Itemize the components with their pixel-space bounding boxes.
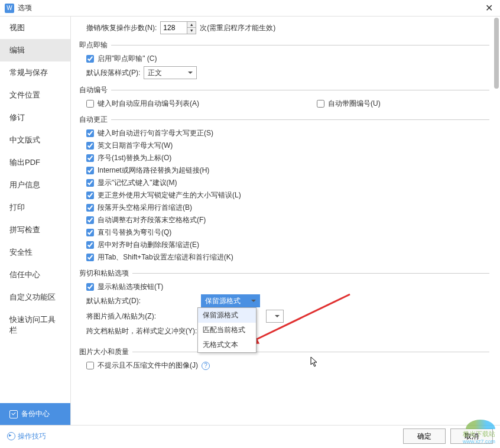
group-paste-opts: 剪切和粘贴选项	[79, 268, 129, 278]
backup-center-button[interactable]: 备份中心	[0, 403, 70, 425]
sidebar-item-user-info[interactable]: 用户信息	[0, 174, 70, 196]
cross-doc-paste-label: 跨文档粘贴时，若样式定义冲突(Y):	[86, 326, 197, 336]
memory-checkbox[interactable]	[86, 179, 94, 187]
center-label: 居中对齐时自动删除段落缩进(E)	[98, 240, 199, 250]
dropdown-opt-match-current[interactable]: 匹配当前格式	[198, 323, 256, 337]
date-cap-checkbox[interactable]	[86, 142, 94, 150]
window-title: 选项	[18, 3, 483, 13]
quotes-label: 直引号替换为弯引号(Q)	[98, 228, 171, 238]
undo-steps-suffix: 次(需重启程序才能生效)	[200, 23, 275, 33]
capslock-checkbox[interactable]	[86, 191, 94, 199]
indent-space-label: 段落开头空格采用行首缩进(B)	[98, 203, 192, 213]
watermark-line1: 极光下载站	[463, 430, 495, 439]
memory-label: 显示"记忆式键入"建议(M)	[98, 178, 177, 188]
sidebar-item-print[interactable]: 打印	[0, 196, 70, 219]
default-paste-select[interactable]: 保留源格式	[201, 294, 260, 307]
group-click-type: 即点即输	[79, 40, 108, 50]
undo-steps-value[interactable]	[161, 22, 187, 34]
auto-circle-number-checkbox[interactable]	[317, 100, 324, 108]
tips-label: 操作技巧	[18, 431, 46, 441]
sidebar-item-revision[interactable]: 修订	[0, 106, 70, 129]
ok-button[interactable]: 确定	[403, 428, 446, 444]
no-compress-label: 不提示且不压缩文件中的图像(J)	[98, 361, 198, 371]
sidebar-item-spell-check[interactable]: 拼写检查	[0, 219, 70, 241]
group-img-quality: 图片大小和质量	[79, 347, 129, 357]
center-checkbox[interactable]	[86, 241, 94, 249]
undo-steps-label: 撤销/恢复操作步数(N):	[86, 23, 157, 33]
undo-steps-input[interactable]: ▲ ▼	[160, 21, 196, 34]
content-panel: 撤销/恢复操作步数(N): ▲ ▼ 次(需重启程序才能生效) 即点即输 启用"即…	[71, 17, 500, 425]
watermark-logo-icon	[466, 420, 495, 429]
internet-label: Internet或网络路径替换为超链接(H)	[98, 165, 209, 176]
default-para-style-select[interactable]: 正文	[144, 66, 197, 79]
ordinal-checkbox[interactable]	[86, 154, 94, 162]
dropdown-opt-keep-source[interactable]: 保留源格式	[198, 308, 256, 323]
auto-number-list-label: 键入时自动应用自动编号列表(A)	[98, 99, 199, 109]
sidebar: 视图 编辑 常规与保存 文件位置 修订 中文版式 输出PDF 用户信息 打印 拼…	[0, 17, 71, 425]
auto-circle-number-label: 自动带圈编号(U)	[328, 99, 381, 109]
indent-space-checkbox[interactable]	[86, 204, 94, 212]
show-paste-btn-label: 显示粘贴选项按钮(T)	[98, 282, 163, 292]
help-icon[interactable]: ?	[202, 362, 210, 370]
dropdown-opt-plain-text[interactable]: 无格式文本	[198, 337, 256, 352]
ordinal-label: 序号(1st)替换为上标(O)	[98, 153, 171, 163]
app-icon: W	[5, 4, 14, 13]
tips-link[interactable]: 操作技巧	[7, 431, 46, 441]
tips-icon	[7, 432, 15, 440]
scrollbar[interactable]	[494, 18, 499, 89]
enable-click-type-label: 启用"即点即输" (C)	[98, 54, 157, 64]
sidebar-item-chinese-layout[interactable]: 中文版式	[0, 129, 70, 151]
spin-down-icon[interactable]: ▼	[187, 28, 196, 34]
cap-first-checkbox[interactable]	[86, 129, 94, 137]
cap-first-label: 键入时自动进行句首字母大写更正(S)	[98, 128, 213, 138]
sidebar-item-edit[interactable]: 编辑	[0, 39, 70, 61]
tab-indent-checkbox[interactable]	[86, 254, 94, 261]
tab-indent-label: 用Tab、Shift+Tab设置左缩进和首行缩进(K)	[98, 252, 233, 262]
capslock-label: 更正意外使用大写锁定键产生的大小写错误(L)	[98, 190, 241, 200]
sidebar-item-view[interactable]: 视图	[0, 17, 70, 39]
sidebar-item-security[interactable]: 安全性	[0, 241, 70, 264]
sidebar-item-general-save[interactable]: 常规与保存	[0, 61, 70, 84]
sidebar-item-trust-center[interactable]: 信任中心	[0, 264, 70, 286]
default-para-style-label: 默认段落样式(P):	[86, 68, 140, 78]
sidebar-item-quick-toolbar[interactable]: 快速访问工具栏	[0, 309, 70, 342]
backup-label: 备份中心	[21, 409, 50, 419]
insert-img-as-label: 将图片插入/粘贴为(Z):	[86, 311, 197, 322]
sidebar-item-custom-ribbon[interactable]: 自定义功能区	[0, 286, 70, 309]
insert-img-as-select[interactable]	[266, 310, 284, 323]
spin-up-icon[interactable]: ▲	[187, 22, 196, 28]
internet-checkbox[interactable]	[86, 167, 94, 174]
quotes-checkbox[interactable]	[86, 229, 94, 236]
watermark: 极光下载站 www.xz7.com	[463, 420, 495, 444]
show-paste-btn-checkbox[interactable]	[86, 283, 94, 291]
auto-number-list-checkbox[interactable]	[86, 100, 94, 108]
group-auto-correct: 自动更正	[79, 115, 108, 125]
date-cap-label: 英文日期首字母大写(W)	[98, 141, 173, 151]
watermark-line2: www.xz7.com	[463, 439, 495, 444]
adjust-space-checkbox[interactable]	[86, 216, 94, 224]
default-paste-label: 默认粘贴方式(D):	[86, 296, 197, 306]
default-paste-dropdown: 保留源格式 匹配当前格式 无格式文本	[197, 307, 257, 353]
group-auto-number: 自动编号	[79, 85, 108, 95]
enable-click-type-checkbox[interactable]	[86, 55, 94, 63]
sidebar-item-output-pdf[interactable]: 输出PDF	[0, 151, 70, 174]
close-icon[interactable]: ✕	[483, 2, 495, 14]
adjust-space-label: 自动调整右对齐段落末空格格式(F)	[98, 215, 206, 225]
sidebar-item-file-location[interactable]: 文件位置	[0, 84, 70, 106]
no-compress-checkbox[interactable]	[86, 362, 94, 369]
backup-icon	[9, 410, 18, 418]
